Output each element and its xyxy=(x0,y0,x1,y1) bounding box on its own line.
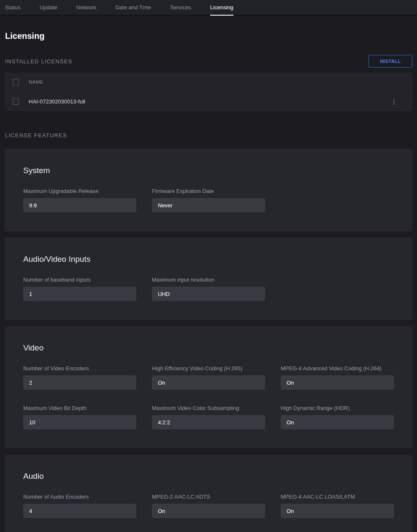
field-value: On xyxy=(281,504,394,518)
installed-licenses-title: INSTALLED LICENSES xyxy=(5,58,72,65)
card-system: System Maximum Upgradable Release 9.9 Fi… xyxy=(5,149,412,231)
field-maximum-video-bit-depth: Maximum Video Bit Depth 10 xyxy=(23,405,136,429)
table-header-row: NAME xyxy=(5,73,412,92)
tab-update[interactable]: Update xyxy=(40,0,57,15)
license-feature-cards: System Maximum Upgradable Release 9.9 Fi… xyxy=(5,149,412,532)
install-button[interactable]: INSTALL xyxy=(368,55,412,68)
field-mpeg4-aac-lc-loas-latm: MPEG-4 AAC-LC LOAS/LATM On xyxy=(281,494,394,518)
field-label: Maximum Video Bit Depth xyxy=(23,405,136,412)
field-label: High Dynamic Range (HDR) xyxy=(281,405,394,412)
field-number-of-baseband-inputs: Number of baseband inputs 1 xyxy=(23,277,136,301)
license-features-header: LICENSE FEATURES xyxy=(5,130,412,141)
card-video: Video Number of Video Encoders 2 High Ef… xyxy=(5,326,412,448)
field-value: On xyxy=(152,375,265,390)
kebab-menu-icon[interactable]: ⋮ xyxy=(388,97,400,106)
field-firmware-expiration-date: Firmware Expiration Date Never xyxy=(152,188,265,212)
field-value: 1 xyxy=(23,287,136,301)
tab-date-and-time[interactable]: Date and Time xyxy=(115,0,151,15)
card-title: Video xyxy=(23,343,394,353)
field-value: UHD xyxy=(152,287,265,301)
field-label: Number of Audio Encoders xyxy=(23,494,136,500)
installed-licenses-table: NAME HAI-072302030013-full ⋮ xyxy=(5,73,412,111)
field-hevc-h265: High Efficiency Video Coding (H.265) On xyxy=(152,365,265,390)
field-value: On xyxy=(152,504,265,518)
field-value: 4 xyxy=(23,504,136,518)
field-value: On xyxy=(281,415,394,429)
field-label: MPEG-2 AAC-LC ADTS xyxy=(152,494,265,500)
field-value: 10 xyxy=(23,415,136,429)
field-mpeg4-avc-h264: MPEG-4 Advanced Video Coding (H.264) On xyxy=(281,365,394,390)
field-label: MPEG-4 Advanced Video Coding (H.264) xyxy=(281,365,394,372)
card-audio: Audio Number of Audio Encoders 4 MPEG-2 … xyxy=(5,454,412,532)
field-label: Maximum Upgradable Release xyxy=(23,188,136,195)
field-label: Firmware Expiration Date xyxy=(152,188,265,195)
table-row: HAI-072302030013-full ⋮ xyxy=(5,92,412,111)
card-title: Audio/Video Inputs xyxy=(23,254,394,264)
field-label: High Efficiency Video Coding (H.265) xyxy=(152,365,265,372)
card-audio-video-inputs: Audio/Video Inputs Number of baseband in… xyxy=(5,237,412,320)
field-label: Maximum Video Color Subsampling xyxy=(152,405,265,412)
tab-licensing[interactable]: Licensing xyxy=(210,0,233,15)
field-value: 9.9 xyxy=(23,198,136,212)
tab-network[interactable]: Network xyxy=(76,0,97,15)
field-label: MPEG-4 AAC-LC LOAS/LATM xyxy=(281,494,394,500)
license-features-title: LICENSE FEATURES xyxy=(5,132,67,138)
field-number-of-video-encoders: Number of Video Encoders 2 xyxy=(23,365,136,390)
field-label: Number of Video Encoders xyxy=(23,365,136,372)
card-title: System xyxy=(23,166,394,175)
tab-status[interactable]: Status xyxy=(5,0,21,15)
installed-licenses-header: INSTALLED LICENSES INSTALL xyxy=(5,55,412,68)
name-column-header: NAME xyxy=(29,79,43,84)
select-all-checkbox[interactable] xyxy=(13,79,19,85)
license-name: HAI-072302030013-full xyxy=(29,98,388,105)
page-title: Licensing xyxy=(5,31,412,41)
field-label: Maximum input resolution xyxy=(152,277,265,283)
field-maximum-video-color-subsampling: Maximum Video Color Subsampling 4:2:2 xyxy=(152,405,265,429)
row-checkbox[interactable] xyxy=(13,98,19,105)
field-value: Never xyxy=(152,198,265,212)
card-title: Audio xyxy=(23,471,394,481)
field-value: 4:2:2 xyxy=(152,415,265,429)
field-label: Number of baseband inputs xyxy=(23,277,136,283)
field-mpeg2-aac-lc-adts: MPEG-2 AAC-LC ADTS On xyxy=(152,494,265,518)
field-maximum-upgradable-release: Maximum Upgradable Release 9.9 xyxy=(23,188,136,212)
settings-tabbar: Status Update Network Date and Time Serv… xyxy=(0,0,417,16)
field-number-of-audio-encoders: Number of Audio Encoders 4 xyxy=(23,494,136,518)
tab-services[interactable]: Services xyxy=(170,0,191,15)
field-maximum-input-resolution: Maximum input resolution UHD xyxy=(152,277,265,301)
licensing-page: Licensing INSTALLED LICENSES INSTALL NAM… xyxy=(0,31,417,532)
field-high-dynamic-range: High Dynamic Range (HDR) On xyxy=(281,405,394,429)
field-value: On xyxy=(281,375,394,390)
field-value: 2 xyxy=(23,375,136,390)
